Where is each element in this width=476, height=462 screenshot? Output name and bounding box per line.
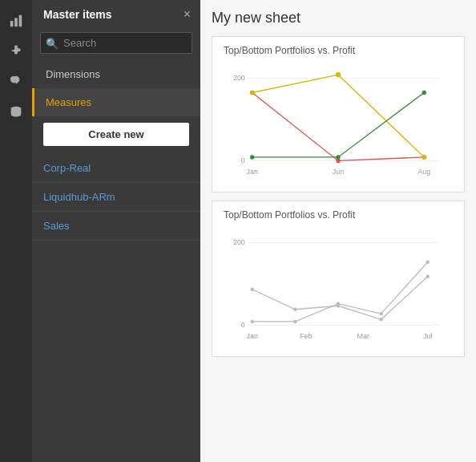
- create-new-button[interactable]: Create new: [43, 123, 189, 146]
- search-icon: 🔍: [46, 37, 58, 49]
- svg-rect-2: [19, 15, 22, 26]
- svg-text:Aug: Aug: [418, 168, 430, 176]
- chart-1-title: Top/Bottom Portfolios vs. Profit: [224, 45, 453, 56]
- search-input[interactable]: [40, 32, 192, 54]
- icon-rail: [0, 0, 32, 462]
- master-items-panel: Master items × 🔍 Dimensions Measures Cre…: [32, 0, 200, 462]
- svg-text:Jan: Jan: [247, 332, 258, 340]
- link-rail-icon[interactable]: [2, 67, 30, 96]
- svg-point-13: [422, 155, 426, 159]
- chart-2: Top/Bottom Portfolios vs. Profit 200 0 J…: [212, 201, 465, 357]
- svg-point-16: [422, 91, 426, 95]
- svg-point-14: [250, 155, 254, 159]
- chart-2-svg: 200 0 Jan Feb Mar Jul: [224, 225, 453, 350]
- svg-point-11: [250, 91, 254, 95]
- svg-point-31: [337, 302, 340, 305]
- puzzle-rail-icon[interactable]: [2, 37, 30, 66]
- svg-text:200: 200: [233, 74, 245, 82]
- svg-text:0: 0: [241, 156, 245, 164]
- chart-1-svg: 200 0 Jan Jun Aug: [224, 61, 453, 185]
- list-item-liquidhub[interactable]: Liquidhub-ARm: [32, 183, 200, 212]
- svg-point-30: [293, 320, 296, 323]
- svg-rect-1: [14, 18, 18, 26]
- svg-point-33: [426, 261, 429, 264]
- list-item-sales[interactable]: Sales: [32, 212, 200, 241]
- svg-point-29: [251, 320, 254, 323]
- svg-point-28: [426, 274, 429, 278]
- svg-point-12: [336, 72, 341, 77]
- main-content: My new sheet Top/Bottom Portfolios vs. P…: [200, 0, 476, 462]
- svg-text:Mar: Mar: [357, 332, 369, 340]
- create-new-wrap: Create new: [32, 116, 200, 154]
- database-rail-icon[interactable]: [2, 98, 30, 127]
- list-item-corp-real[interactable]: Corp-Real: [32, 154, 200, 183]
- chart-1: Top/Bottom Portfolios vs. Profit 200 0: [212, 36, 465, 192]
- sheet-title: My new sheet: [212, 10, 465, 26]
- close-icon[interactable]: ×: [184, 8, 191, 21]
- svg-text:0: 0: [241, 321, 245, 329]
- chart-2-title: Top/Bottom Portfolios vs. Profit: [224, 209, 453, 221]
- svg-point-27: [379, 318, 382, 321]
- svg-text:Feb: Feb: [300, 332, 312, 340]
- chart-rail-icon[interactable]: [2, 6, 30, 35]
- svg-text:Jul: Jul: [423, 332, 432, 340]
- svg-point-24: [251, 288, 254, 291]
- svg-point-32: [379, 312, 382, 315]
- dimensions-nav-item[interactable]: Dimensions: [32, 60, 200, 88]
- svg-point-25: [293, 308, 296, 311]
- svg-text:200: 200: [233, 238, 245, 246]
- svg-text:Jan: Jan: [247, 168, 258, 176]
- svg-text:Jun: Jun: [333, 168, 344, 176]
- sidebar-title: Master items: [43, 8, 112, 21]
- svg-point-15: [336, 155, 340, 159]
- search-box: 🔍: [40, 32, 192, 54]
- svg-rect-0: [10, 21, 14, 26]
- sidebar-header: Master items ×: [32, 0, 200, 29]
- measures-nav-item[interactable]: Measures: [32, 88, 200, 116]
